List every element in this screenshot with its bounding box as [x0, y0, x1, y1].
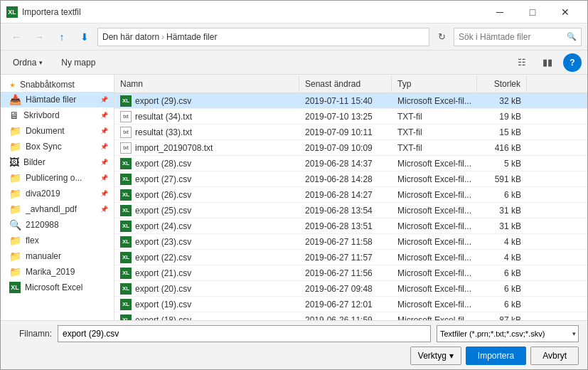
sidebar-item-bilder[interactable]: 🖼 Bilder 📌 [1, 154, 114, 170]
excel-file-icon: XL [120, 268, 132, 279]
table-row[interactable]: XL export (27).csv 2019-06-28 14:28 Micr… [114, 171, 587, 187]
file-type-cell: TXT-fil [392, 126, 477, 139]
table-row[interactable]: XL export (21).csv 2019-06-27 11:56 Micr… [114, 265, 587, 281]
table-row[interactable]: XL export (28).csv 2019-06-28 14:37 Micr… [114, 156, 587, 171]
sidebar-item-publicering[interactable]: 📁 Publicering o... 📌 [1, 170, 114, 186]
view-options-button[interactable]: ▮▮ [538, 53, 557, 72]
window-controls: ─ □ ✕ [483, 1, 582, 23]
file-type-cell: Microsoft Excel-fil... [392, 282, 477, 295]
folder-icon: 📁 [9, 172, 21, 184]
file-type-cell: Microsoft Excel-fil... [392, 204, 477, 217]
new-folder-button[interactable]: Ny mapp [55, 53, 102, 72]
file-name: export (25).csv [135, 206, 191, 216]
file-type-cell: Microsoft Excel-fil... [392, 157, 477, 170]
table-row[interactable]: XL export (26).csv 2019-06-28 14:27 Micr… [114, 187, 587, 203]
file-type-cell: Microsoft Excel-fil... [392, 251, 477, 264]
excel-file-icon: XL [120, 205, 132, 216]
column-header-date[interactable]: Senast ändrad [299, 76, 392, 92]
table-row[interactable]: txt resultat (33).txt 2019-07-09 10:11 T… [114, 125, 587, 140]
file-name: export (28).csv [135, 159, 191, 169]
sidebar-item-avhandl-pdf[interactable]: 📁 _avhandl_pdf 📌 [1, 201, 114, 217]
forward-button[interactable]: → [29, 27, 49, 47]
table-row[interactable]: XL export (25).csv 2019-06-28 13:54 Micr… [114, 203, 587, 218]
address-path-current: Hämtade filer [166, 32, 217, 42]
folder-icon: 📁 [9, 204, 21, 215]
download-button[interactable]: ⬇ [75, 27, 95, 47]
up-button[interactable]: ↑ [52, 27, 72, 47]
app-icon: XL [6, 6, 18, 18]
sidebar-item-skrivbord[interactable]: 🖥 Skrivbord 📌 [1, 107, 114, 123]
search-icon: 🔍 [9, 219, 21, 231]
tools-button[interactable]: Verktyg ▾ [410, 347, 461, 365]
help-button[interactable]: ? [563, 53, 582, 72]
sidebar-item-dokument[interactable]: 📁 Dokument 📌 [1, 123, 114, 139]
table-row[interactable]: txt import_20190708.txt 2019-07-09 10:09… [114, 140, 587, 156]
sidebar-item-hamtade-filer[interactable]: 📥 Hämtade filer 📌 [1, 92, 114, 107]
sidebar-item-search-2120988[interactable]: 🔍 2120988 [1, 217, 114, 233]
search-input[interactable] [459, 32, 567, 42]
file-type-cell: Microsoft Excel-fil... [392, 189, 477, 201]
close-button[interactable]: ✕ [549, 1, 582, 23]
file-name-cell: XL export (20).csv [114, 282, 299, 296]
file-name: resultat (33).txt [135, 127, 192, 137]
cancel-button[interactable]: Avbryt [530, 347, 579, 365]
folder-icon: 📁 [9, 250, 21, 262]
column-header-name[interactable]: Namn [114, 76, 299, 92]
minimize-button[interactable]: ─ [483, 1, 516, 23]
table-row[interactable]: XL export (23).csv 2019-06-27 11:58 Micr… [114, 234, 587, 250]
file-type-cell: Microsoft Excel-fil... [392, 173, 477, 186]
file-type-cell: TXT-fil [392, 110, 477, 123]
filetype-select-wrapper: Textfiler (*.prn;*.txt;*.csv;*.skv) Alla… [437, 325, 579, 342]
file-date-cell: 2019-06-28 14:37 [299, 157, 392, 170]
sidebar-item-microsoft-excel[interactable]: XL Microsoft Excel [1, 280, 114, 295]
sidebar-item-manualer[interactable]: 📁 manualer [1, 248, 114, 264]
filename-input[interactable] [58, 325, 431, 342]
file-size-cell: 32 kB [477, 95, 527, 107]
file-size-cell: 31 kB [477, 220, 527, 233]
table-row[interactable]: XL export (29).csv 2019-07-11 15:40 Micr… [114, 93, 587, 109]
address-bar[interactable]: Den här datorn › Hämtade filer [97, 28, 429, 46]
file-size-cell: 4 kB [477, 251, 527, 264]
view-details-button[interactable]: ☷ [512, 53, 532, 72]
title-bar: XL Importera textfil ─ □ ✕ [1, 1, 587, 23]
file-name: export (29).csv [135, 96, 191, 106]
maximize-button[interactable]: □ [516, 1, 549, 23]
address-path-root: Den här datorn [102, 32, 159, 42]
table-row[interactable]: XL export (24).csv 2019-06-28 13:51 Micr… [114, 218, 587, 234]
table-row[interactable]: XL export (22).csv 2019-06-27 11:57 Micr… [114, 250, 587, 265]
organize-button[interactable]: Ordna ▾ [6, 53, 49, 72]
sidebar-item-marika-2019[interactable]: 📁 Marika_2019 [1, 264, 114, 280]
file-name: export (19).csv [135, 300, 191, 310]
refresh-button[interactable]: ↻ [432, 28, 451, 46]
table-row[interactable]: XL export (19).csv 2019-06-27 12:01 Micr… [114, 297, 587, 312]
sidebar-item-diva2019[interactable]: 📁 diva2019 📌 [1, 186, 114, 201]
sidebar-item-flex[interactable]: 📁 flex [1, 233, 114, 248]
bottom-area: Filnamn: Textfiler (*.prn;*.txt;*.csv;*.… [1, 320, 587, 369]
filename-row: Filnamn: Textfiler (*.prn;*.txt;*.csv;*.… [9, 325, 579, 342]
table-row[interactable]: txt resultat (34).txt 2019-07-10 13:25 T… [114, 109, 587, 125]
excel-icon: XL [9, 282, 21, 293]
column-header-size[interactable]: Storlek [477, 76, 527, 92]
file-date-cell: 2019-06-26 11:59 [299, 314, 392, 321]
folder-icon: 📥 [9, 94, 21, 105]
sidebar-item-box-sync[interactable]: 📁 Box Sync 📌 [1, 139, 114, 154]
file-size-cell: 4 kB [477, 236, 527, 248]
file-size-cell: 15 kB [477, 126, 527, 139]
organize-arrow-icon: ▾ [39, 59, 43, 66]
excel-file-icon: XL [120, 252, 132, 263]
file-date-cell: 2019-06-28 13:51 [299, 220, 392, 233]
back-button[interactable]: ← [6, 27, 26, 47]
navigation-toolbar: ← → ↑ ⬇ Den här datorn › Hämtade filer ↻… [1, 23, 587, 51]
file-size-cell: 416 kB [477, 142, 527, 154]
filetype-select[interactable]: Textfiler (*.prn;*.txt;*.csv;*.skv) Alla… [437, 325, 579, 342]
table-row[interactable]: XL export (20).csv 2019-06-27 09:48 Micr… [114, 281, 587, 297]
import-button[interactable]: Importera [466, 347, 526, 365]
excel-file-icon: XL [120, 236, 132, 248]
file-date-cell: 2019-06-28 14:27 [299, 189, 392, 201]
file-name: export (26).csv [135, 190, 191, 200]
table-row[interactable]: XL export (18).csv 2019-06-26 11:59 Micr… [114, 312, 587, 320]
file-date-cell: 2019-07-11 15:40 [299, 95, 392, 107]
column-header-type[interactable]: Typ [392, 76, 477, 92]
excel-file-icon: XL [120, 174, 132, 185]
file-list-header: Namn Senast ändrad Typ Storlek [114, 75, 587, 93]
